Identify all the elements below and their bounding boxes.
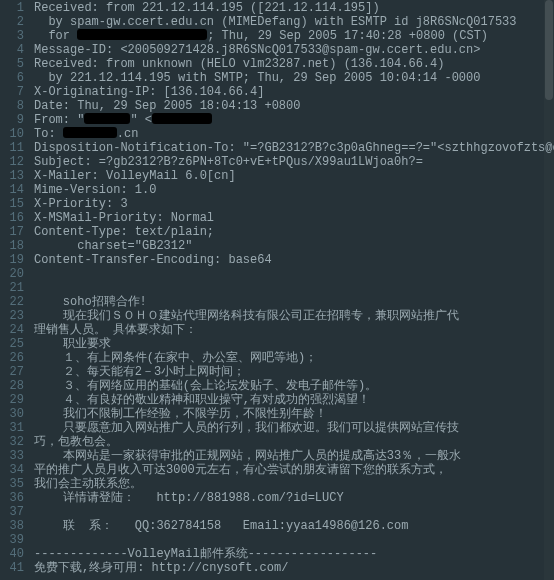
line-number: 38: [0, 518, 24, 532]
line-number: 33: [0, 448, 24, 462]
line-number: 5: [0, 56, 24, 70]
line-number: 26: [0, 350, 24, 364]
line-number: 2: [0, 14, 24, 28]
line-number: 34: [0, 462, 24, 476]
line-number: 37: [0, 504, 24, 518]
code-line: charset="GB2312": [34, 238, 554, 252]
code-line: Content-Transfer-Encoding: base64: [34, 252, 554, 266]
line-number: 35: [0, 476, 24, 490]
code-line: Content-Type: text/plain;: [34, 224, 554, 238]
code-line: ２、每天能有2－3小时上网时间；: [34, 364, 554, 378]
line-number: 39: [0, 532, 24, 546]
code-line: 平的推广人员月收入可达3000元左右，有心尝试的朋友请留下您的联系方式，: [34, 462, 554, 476]
line-number: 10: [0, 126, 24, 140]
line-number: 6: [0, 70, 24, 84]
line-number: 25: [0, 336, 24, 350]
code-line: 职业要求: [34, 336, 554, 350]
code-line: From: "" <: [34, 112, 554, 126]
line-number: 17: [0, 224, 24, 238]
code-line: for ; Thu, 29 Sep 2005 17:40:28 +0800 (C…: [34, 28, 554, 42]
code-line: [34, 504, 554, 518]
code-line: [34, 266, 554, 280]
line-number: 22: [0, 294, 24, 308]
code-line: 详情请登陆： http://881988.com/?id=LUCY: [34, 490, 554, 504]
code-line: ４、有良好的敬业精神和职业操守,有对成功的强烈渴望！: [34, 392, 554, 406]
code-line: Subject: =?gb2312?B?z6PN+8Tc0+vE+tPQus/X…: [34, 154, 554, 168]
line-number: 21: [0, 280, 24, 294]
line-number: 31: [0, 420, 24, 434]
line-number: 1: [0, 0, 24, 14]
line-number: 20: [0, 266, 24, 280]
code-line: -------------VolleyMail邮件系统-------------…: [34, 546, 554, 560]
line-number: 16: [0, 210, 24, 224]
code-content[interactable]: Received: from 221.12.114.195 ([221.12.1…: [34, 0, 554, 580]
vertical-scrollbar[interactable]: [544, 0, 554, 580]
redacted-text: [63, 127, 117, 138]
code-line: Message-ID: <200509271428.j8R6SNcQ017533…: [34, 42, 554, 56]
line-number: 29: [0, 392, 24, 406]
line-number: 14: [0, 182, 24, 196]
code-line: 免费下载,终身可用: http://cnysoft.com/: [34, 560, 554, 574]
redacted-text: [152, 113, 212, 124]
code-line: ３、有网络应用的基础(会上论坛发贴子、发电子邮件等)。: [34, 378, 554, 392]
code-line: 巧，包教包会。: [34, 434, 554, 448]
code-line: by spam-gw.ccert.edu.cn (MIMEDefang) wit…: [34, 14, 554, 28]
line-number: 27: [0, 364, 24, 378]
line-number: 4: [0, 42, 24, 56]
line-number: 19: [0, 252, 24, 266]
line-number: 12: [0, 154, 24, 168]
code-line: 我们会主动联系您。: [34, 476, 554, 490]
code-line: To: .cn: [34, 126, 554, 140]
code-line: Date: Thu, 29 Sep 2005 18:04:13 +0800: [34, 98, 554, 112]
text-editor: 1234567891011121314151617181920212223242…: [0, 0, 554, 580]
line-number: 30: [0, 406, 24, 420]
redacted-text: [84, 113, 130, 124]
code-line: X-Mailer: VolleyMail 6.0[cn]: [34, 168, 554, 182]
line-number: 9: [0, 112, 24, 126]
code-line: 只要愿意加入网站推广人员的行列，我们都欢迎。我们可以提供网站宣传技: [34, 420, 554, 434]
scrollbar-thumb[interactable]: [545, 0, 553, 100]
line-number: 3: [0, 28, 24, 42]
code-line: X-Originating-IP: [136.104.66.4]: [34, 84, 554, 98]
code-line: soho招聘合作!: [34, 294, 554, 308]
line-number: 18: [0, 238, 24, 252]
code-line: [34, 280, 554, 294]
line-number: 36: [0, 490, 24, 504]
code-line: 我们不限制工作经验，不限学历，不限性别年龄！: [34, 406, 554, 420]
redacted-text: [77, 29, 207, 40]
code-line: X-Priority: 3: [34, 196, 554, 210]
code-line: X-MSMail-Priority: Normal: [34, 210, 554, 224]
code-line: Received: from 221.12.114.195 ([221.12.1…: [34, 0, 554, 14]
line-number: 13: [0, 168, 24, 182]
code-line: Mime-Version: 1.0: [34, 182, 554, 196]
code-line: [34, 532, 554, 546]
code-line: Disposition-Notification-To: "=?GB2312?B…: [34, 140, 554, 154]
line-number: 28: [0, 378, 24, 392]
line-number: 11: [0, 140, 24, 154]
code-line: by 221.12.114.195 with SMTP; Thu, 29 Sep…: [34, 70, 554, 84]
line-number-gutter: 1234567891011121314151617181920212223242…: [0, 0, 34, 580]
code-line: 联 系： QQ:362784158 Email:yyaa14986@126.co…: [34, 518, 554, 532]
line-number: 15: [0, 196, 24, 210]
code-line: 本网站是一家获得审批的正规网站，网站推广人员的提成高达33％，一般水: [34, 448, 554, 462]
line-number: 7: [0, 84, 24, 98]
code-line: １、有上网条件(在家中、办公室、网吧等地)；: [34, 350, 554, 364]
line-number: 23: [0, 308, 24, 322]
line-number: 40: [0, 546, 24, 560]
code-line: 现在我们ＳＯＨＯ建站代理网络科技有限公司正在招聘专，兼职网站推广代: [34, 308, 554, 322]
line-number: 41: [0, 560, 24, 574]
code-line: Received: from unknown (HELO vlm23287.ne…: [34, 56, 554, 70]
code-line: 理销售人员。 具体要求如下：: [34, 322, 554, 336]
line-number: 32: [0, 434, 24, 448]
line-number: 24: [0, 322, 24, 336]
line-number: 8: [0, 98, 24, 112]
